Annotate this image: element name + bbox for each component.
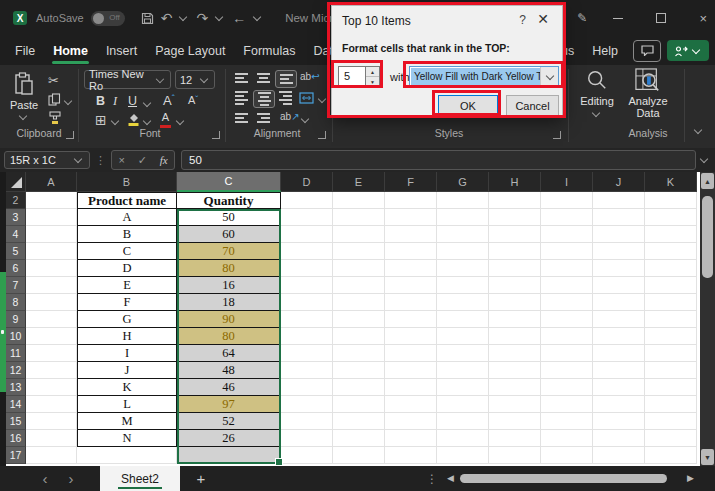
cell-F3[interactable] — [385, 209, 437, 226]
scroll-right-icon[interactable]: ▶ — [687, 473, 694, 483]
cell-G12[interactable] — [437, 362, 489, 379]
redo-chevron-icon[interactable] — [215, 13, 223, 21]
column-header-F[interactable]: F — [385, 172, 437, 192]
cell-C13[interactable]: 46 — [177, 379, 281, 396]
cell-I4[interactable] — [541, 226, 593, 243]
cell-G17[interactable] — [437, 447, 489, 464]
increase-font-button[interactable]: Aˆ — [163, 93, 175, 108]
cell-G15[interactable] — [437, 413, 489, 430]
cell-H14[interactable] — [489, 396, 541, 413]
expand-formula-bar-chevron-icon[interactable] — [700, 155, 708, 163]
cell-B9[interactable]: G — [77, 311, 177, 328]
ok-button[interactable]: OK — [438, 95, 498, 116]
cell-J9[interactable] — [593, 311, 645, 328]
cell-G8[interactable] — [437, 294, 489, 311]
cell-I9[interactable] — [541, 311, 593, 328]
cell-B11[interactable]: I — [77, 345, 177, 362]
format-style-dropdown[interactable]: Yellow Fill with Dark Yellow Text — [409, 66, 559, 87]
cell-F6[interactable] — [385, 260, 437, 277]
cell-E13[interactable] — [333, 379, 385, 396]
cell-J4[interactable] — [593, 226, 645, 243]
copy-chevron-icon[interactable] — [64, 97, 72, 105]
cell-D2[interactable] — [281, 192, 333, 209]
font-dialog-launcher-icon[interactable] — [212, 131, 220, 139]
select-all-corner[interactable] — [6, 172, 26, 192]
cell-G5[interactable] — [437, 243, 489, 260]
cell-E15[interactable] — [333, 413, 385, 430]
cell-J7[interactable] — [593, 277, 645, 294]
orientation-icon[interactable]: ab↗ — [280, 111, 300, 122]
fill-color-chevron-icon[interactable] — [143, 117, 151, 125]
cell-D9[interactable] — [281, 311, 333, 328]
cell-B7[interactable]: E — [77, 277, 177, 294]
cell-I6[interactable] — [541, 260, 593, 277]
cell-C14[interactable]: 97 — [177, 396, 281, 413]
cell-H10[interactable] — [489, 328, 541, 345]
cell-K4[interactable] — [645, 226, 697, 243]
cell-I16[interactable] — [541, 430, 593, 447]
cell-K14[interactable] — [645, 396, 697, 413]
cell-H13[interactable] — [489, 379, 541, 396]
column-header-G[interactable]: G — [437, 172, 489, 192]
copy-icon[interactable] — [48, 93, 61, 106]
cell-F2[interactable] — [385, 192, 437, 209]
cell-B4[interactable]: B — [77, 226, 177, 243]
cell-C10[interactable]: 80 — [177, 328, 281, 345]
cell-H7[interactable] — [489, 277, 541, 294]
confirm-entry-icon[interactable]: ✓ — [138, 154, 147, 167]
decrease-indent-button[interactable] — [231, 110, 251, 126]
cell-E14[interactable] — [333, 396, 385, 413]
cell-A11[interactable] — [26, 345, 77, 362]
spinner-up-icon[interactable]: ▲ — [366, 67, 379, 77]
cell-J17[interactable] — [593, 447, 645, 464]
row-header-14[interactable]: 14 — [6, 396, 26, 413]
cell-I11[interactable] — [541, 345, 593, 362]
align-left-button[interactable] — [231, 90, 251, 106]
scroll-down-icon[interactable]: ▼ — [701, 449, 714, 465]
cell-K10[interactable] — [645, 328, 697, 345]
cell-D17[interactable] — [281, 447, 333, 464]
cell-K2[interactable] — [645, 192, 697, 209]
cell-H16[interactable] — [489, 430, 541, 447]
cell-E7[interactable] — [333, 277, 385, 294]
column-header-C[interactable]: C — [177, 172, 281, 192]
cell-A7[interactable] — [26, 277, 77, 294]
cell-C6[interactable]: 80 — [177, 260, 281, 277]
fill-color-icon[interactable] — [127, 111, 140, 126]
increase-indent-button[interactable] — [253, 110, 273, 126]
spinner-down-icon[interactable]: ▼ — [366, 77, 379, 86]
cell-J10[interactable] — [593, 328, 645, 345]
cell-D13[interactable] — [281, 379, 333, 396]
cell-D6[interactable] — [281, 260, 333, 277]
cell-J15[interactable] — [593, 413, 645, 430]
cell-J6[interactable] — [593, 260, 645, 277]
cell-J8[interactable] — [593, 294, 645, 311]
borders-icon[interactable]: ⊞ — [95, 112, 107, 128]
cell-I12[interactable] — [541, 362, 593, 379]
cell-K11[interactable] — [645, 345, 697, 362]
cell-B3[interactable]: A — [77, 209, 177, 226]
cell-D14[interactable] — [281, 396, 333, 413]
comments-button[interactable] — [633, 40, 661, 62]
cell-H11[interactable] — [489, 345, 541, 362]
cell-J2[interactable] — [593, 192, 645, 209]
cell-D4[interactable] — [281, 226, 333, 243]
share-button[interactable] — [667, 40, 709, 61]
cell-K3[interactable] — [645, 209, 697, 226]
cell-F9[interactable] — [385, 311, 437, 328]
merge-chevron-icon[interactable] — [318, 95, 326, 103]
cell-A9[interactable] — [26, 311, 77, 328]
cell-B16[interactable]: N — [77, 430, 177, 447]
back-arrow-icon[interactable]: ← — [229, 10, 249, 26]
cell-C11[interactable]: 64 — [177, 345, 281, 362]
italic-button[interactable]: I — [113, 94, 117, 109]
scroll-up-icon[interactable]: ▲ — [701, 173, 714, 189]
cell-I5[interactable] — [541, 243, 593, 260]
cell-J12[interactable] — [593, 362, 645, 379]
cell-B5[interactable]: C — [77, 243, 177, 260]
cell-C4[interactable]: 60 — [177, 226, 281, 243]
font-color-icon[interactable]: A — [160, 110, 171, 128]
cell-B14[interactable]: L — [77, 396, 177, 413]
cell-H12[interactable] — [489, 362, 541, 379]
cell-C2[interactable]: Quantity — [177, 192, 281, 209]
